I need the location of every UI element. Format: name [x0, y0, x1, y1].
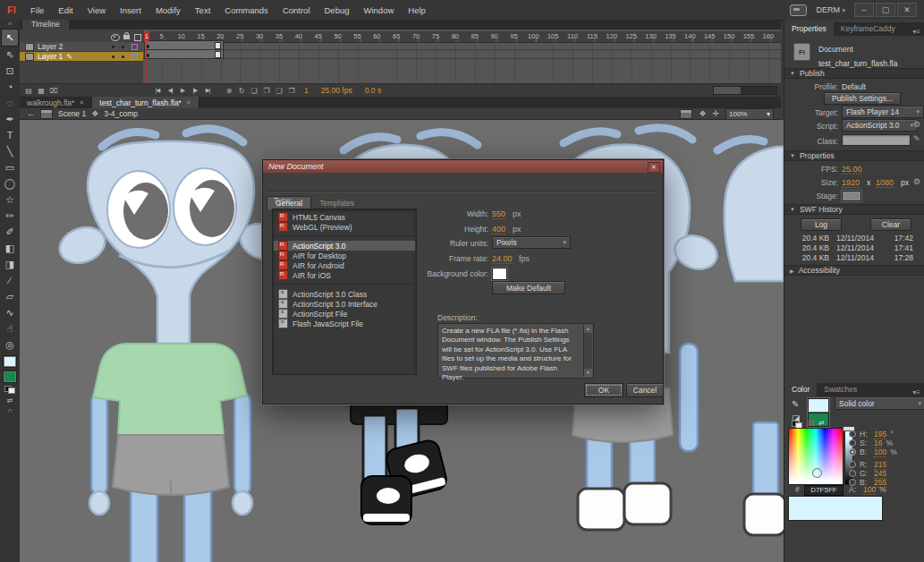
stage-color-swatch[interactable]	[842, 191, 861, 201]
current-frame-indicator[interactable]: 1	[299, 86, 314, 95]
target-select[interactable]: Flash Player 14▾	[842, 106, 924, 118]
modify-markers-button[interactable]: ❒	[286, 85, 297, 96]
Layer 2[interactable]: Layer 2	[20, 42, 143, 52]
default-colors-icon[interactable]	[4, 386, 15, 394]
Layer 1[interactable]: Layer 1 ✎	[20, 52, 143, 62]
rectangle-tool[interactable]: ▭	[2, 159, 18, 175]
eraser-tool[interactable]: ▱	[2, 288, 18, 304]
accessibility-section-header[interactable]: ▶ Accessibility	[784, 265, 924, 276]
dialog-close-button[interactable]: ✕	[648, 162, 660, 173]
menu-item[interactable]: File	[23, 5, 51, 15]
dialog-tab[interactable]: Templates	[311, 197, 362, 209]
symbol-name[interactable]: 3-4_comp	[104, 109, 138, 118]
menu-item[interactable]: Modify	[148, 5, 188, 15]
scroll-down-icon[interactable]: ▼	[584, 369, 592, 377]
panel-menu-icon[interactable]: ▾≡	[912, 388, 924, 396]
subselection-tool[interactable]: ⇖	[2, 47, 18, 63]
fps-value[interactable]: 25.00	[842, 165, 862, 175]
document-filename[interactable]: test_char_turn_flash.fla	[818, 59, 897, 68]
free-transform-tool[interactable]: ⊡	[2, 63, 18, 79]
lock-icon[interactable]	[123, 35, 130, 39]
edit-symbols-icon[interactable]: ❖	[699, 109, 706, 118]
channel-radio[interactable]	[849, 439, 856, 447]
stroke-color-swatch[interactable]	[3, 355, 17, 368]
menu-item[interactable]: Control	[276, 5, 318, 15]
delete-layer-button[interactable]: ⌧	[48, 85, 59, 96]
spectrum-cursor[interactable]	[812, 468, 822, 478]
polystar-tool[interactable]: ☆	[2, 192, 18, 208]
eyedropper-tool[interactable]: ∕	[2, 272, 18, 288]
width-tool[interactable]: ∿	[2, 304, 18, 320]
wrench-icon[interactable]: ⚙	[913, 120, 920, 129]
selection-tool[interactable]: ↖	[1, 29, 19, 47]
swap-colors-icon[interactable]: ⇄	[818, 419, 825, 427]
document-tab[interactable]: test_char_turn_flash.fla* ✕	[92, 97, 199, 108]
timeline-scrollbar[interactable]	[713, 86, 777, 95]
clear-button[interactable]: Clear	[870, 218, 911, 231]
document-tab[interactable]: walkrough.fla* ✕	[20, 97, 92, 108]
screen-mode-icon[interactable]	[790, 4, 807, 16]
frames-area[interactable]: 5101520253035404550556065707580859095100…	[143, 30, 781, 83]
close-button[interactable]: ✕	[897, 3, 917, 17]
menu-item[interactable]: Text	[188, 5, 217, 15]
swf-history-section-header[interactable]: ▼ SWF History	[784, 204, 924, 215]
maximize-button[interactable]: ▢	[876, 3, 895, 17]
goto-last-frame-button[interactable]: ▶|	[202, 85, 213, 96]
channel-radio[interactable]	[849, 430, 856, 438]
panel-menu-icon[interactable]: ▾≡	[912, 28, 924, 36]
wrench-icon[interactable]: ⚙	[913, 177, 920, 186]
class-input[interactable]	[842, 134, 911, 146]
goto-first-frame-button[interactable]: |◀	[152, 85, 163, 96]
hand-tool[interactable]: ☝	[2, 320, 18, 336]
onion-skin-outlines-button[interactable]: ❐	[261, 85, 272, 96]
scroll-up-icon[interactable]: ▲	[584, 325, 592, 333]
no-color-icon[interactable]: ▨	[808, 419, 815, 427]
center-frame-icon[interactable]: ✛	[712, 109, 719, 118]
edit-multiple-frames-button[interactable]: ❑	[274, 85, 284, 96]
playhead[interactable]: 1	[144, 31, 149, 42]
color-spectrum[interactable]	[788, 428, 843, 485]
stage-height-value[interactable]: 1080	[876, 178, 894, 188]
panel-tab[interactable]: Swatches	[817, 383, 864, 396]
stroke-color-swatch[interactable]	[808, 398, 829, 413]
text-tool[interactable]: T	[2, 127, 18, 143]
script-select[interactable]: ActionScript 3.0▾	[842, 119, 918, 132]
menu-item[interactable]: Help	[401, 5, 433, 15]
layer-outline-chip[interactable]	[131, 54, 138, 60]
snap-magnet-icon[interactable]: ∩	[2, 405, 18, 414]
show-hide-icon[interactable]	[111, 34, 120, 41]
edit-scene-icon[interactable]	[680, 109, 692, 119]
type-item[interactable]: ActionScript 3.0 Class	[274, 289, 415, 299]
fill-color-swatch[interactable]	[3, 370, 17, 383]
workspace-switcher[interactable]: DERM ▾	[816, 5, 845, 14]
layer-outline-chip[interactable]	[131, 44, 138, 50]
pencil-icon[interactable]: ✎	[913, 134, 920, 143]
menu-item[interactable]: Commands	[217, 5, 276, 15]
ink-bottle-tool[interactable]: ◨	[2, 256, 18, 272]
background-color-swatch[interactable]	[492, 268, 507, 280]
channel-radio[interactable]	[849, 461, 856, 468]
lasso-tool[interactable]: ◌	[2, 95, 18, 111]
make-default-button[interactable]: Make Default	[492, 281, 565, 294]
ruler-units-select[interactable]: Pixels▾	[492, 236, 571, 249]
layer-visibility-dot[interactable]	[112, 55, 114, 58]
step-forward-button[interactable]: |▶	[190, 85, 200, 96]
channel-radio[interactable]	[849, 448, 856, 456]
stroke-color-icon[interactable]: ✎	[792, 399, 799, 409]
minimize-button[interactable]: –	[854, 3, 874, 17]
panel-tab[interactable]: Properties	[784, 22, 834, 36]
description-scrollbar[interactable]: ▲ ▼	[583, 325, 592, 377]
layer1-frames[interactable]	[143, 49, 781, 59]
close-tab-icon[interactable]: ✕	[186, 99, 191, 106]
panel-tab[interactable]: KeyframeCaddy	[834, 22, 903, 36]
back-arrow-icon[interactable]: ←	[27, 109, 35, 118]
channel-radio[interactable]	[849, 470, 856, 477]
pencil-tool[interactable]: ✏	[2, 208, 18, 224]
log-button[interactable]: Log	[801, 218, 842, 231]
pen-tool[interactable]: ✒	[2, 111, 18, 127]
type-item[interactable]: Flash JavaScript File	[274, 319, 415, 328]
alpha-value[interactable]: 100	[863, 485, 876, 495]
publish-settings-button[interactable]: Publish Settings...	[824, 92, 901, 105]
scene-name[interactable]: Scene 1	[58, 109, 86, 118]
center-frame-button[interactable]: ⊕	[224, 85, 234, 96]
